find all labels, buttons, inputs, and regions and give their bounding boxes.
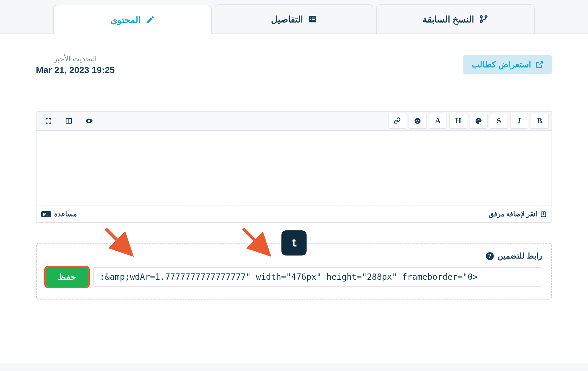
save-button[interactable]: حفظ	[46, 267, 88, 287]
font-button[interactable]: A	[429, 113, 447, 129]
arrow-turn-up-icon	[288, 237, 300, 249]
svg-line-18	[243, 229, 267, 253]
color-button[interactable]	[470, 113, 488, 129]
svg-point-15	[479, 120, 480, 121]
markdown-badge: M↓	[41, 211, 51, 217]
tab-versions[interactable]: النسخ السابقة	[376, 4, 535, 34]
tab-details-label: التفاصيل	[271, 14, 303, 25]
svg-line-17	[106, 229, 130, 253]
tab-content-label: المحتوى	[110, 15, 141, 25]
embed-link-input[interactable]	[93, 267, 542, 287]
tab-details[interactable]: التفاصيل	[215, 4, 373, 34]
embed-label: رابط للتضمين	[497, 251, 542, 261]
pen-icon	[145, 15, 155, 25]
fullscreen-icon	[45, 117, 52, 124]
tab-content[interactable]: المحتوى	[53, 5, 212, 34]
svg-rect-3	[310, 19, 311, 20]
top-row: استعراض كطالب التحديث الأخير Mar 21, 202…	[36, 55, 552, 75]
svg-point-11	[416, 120, 417, 121]
emoji-button[interactable]	[409, 113, 426, 129]
last-update-label: التحديث الأخير	[36, 55, 115, 63]
embed-section: رابط للتضمين ? حفظ	[36, 243, 552, 299]
tab-versions-label: النسخ السابقة	[423, 14, 474, 25]
svg-rect-1	[310, 18, 311, 19]
editor-footer: M↓ مساعدة انقر لإضافة مرفق	[36, 206, 552, 222]
branch-icon	[479, 14, 488, 24]
split-view-button[interactable]	[60, 113, 78, 129]
list-icon	[308, 14, 317, 24]
svg-rect-2	[312, 18, 315, 19]
svg-point-14	[478, 119, 479, 120]
italic-button[interactable]: I	[510, 113, 528, 129]
editor-textarea[interactable]	[36, 131, 552, 206]
content-area: استعراض كطالب التحديث الأخير Mar 21, 202…	[0, 34, 588, 363]
strike-button[interactable]: S	[490, 113, 508, 129]
heading-button[interactable]: H	[449, 113, 467, 129]
svg-point-10	[415, 118, 421, 124]
bold-button[interactable]: B	[531, 113, 549, 129]
annotation-arrow-1	[103, 226, 138, 261]
help-link[interactable]: مساعدة	[54, 210, 77, 218]
svg-rect-4	[312, 19, 315, 20]
svg-point-6	[485, 16, 487, 18]
last-update-value: Mar 21, 2023 19:25	[36, 65, 115, 75]
last-update: التحديث الأخير Mar 21, 2023 19:25	[36, 55, 115, 75]
help-icon[interactable]: ?	[486, 252, 494, 260]
preview-button-label: استعراض كطالب	[471, 60, 531, 69]
svg-point-13	[477, 120, 478, 121]
svg-point-5	[480, 16, 482, 18]
link-icon	[394, 117, 401, 124]
svg-point-12	[418, 120, 419, 121]
attach-label[interactable]: انقر لإضافة مرفق	[489, 210, 537, 218]
eye-icon	[85, 117, 93, 125]
markdown-editor: A H S I B M↓ مساعدة انقر لإضافة مرفق	[36, 111, 552, 223]
tabs-container: المحتوى التفاصيل النسخ السابقة	[0, 0, 588, 34]
palette-icon	[475, 117, 482, 124]
annotation-arrow-2	[240, 226, 276, 261]
preview-as-student-button[interactable]: استعراض كطالب	[463, 55, 552, 74]
fullscreen-button[interactable]	[39, 113, 57, 129]
link-button[interactable]	[388, 113, 406, 129]
smile-icon	[414, 117, 421, 124]
editor-toolbar: A H S I B	[36, 112, 552, 131]
columns-icon	[65, 117, 72, 124]
svg-point-7	[480, 21, 482, 23]
insert-above-button[interactable]	[281, 230, 307, 256]
attachment-icon	[540, 211, 547, 218]
preview-toggle-button[interactable]	[80, 113, 98, 129]
external-link-icon	[535, 60, 544, 69]
